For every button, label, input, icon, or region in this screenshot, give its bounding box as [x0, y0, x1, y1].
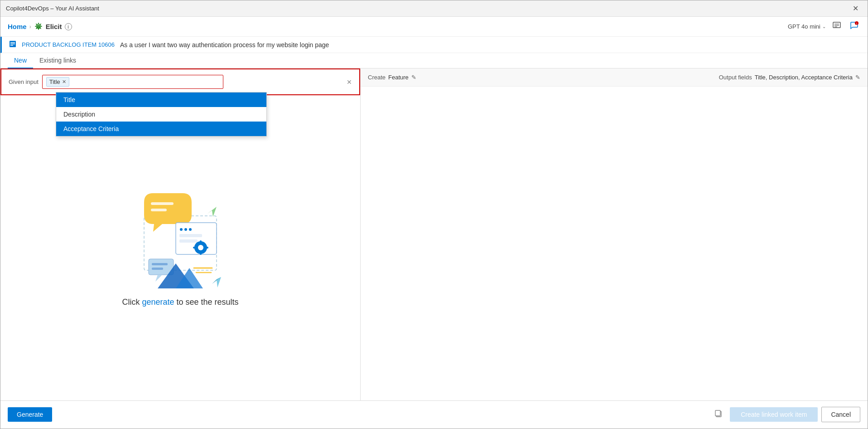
svg-rect-8	[10, 42, 15, 43]
breadcrumb-chevron: ›	[29, 24, 31, 30]
work-item-title: As a user I want two way authentication …	[120, 41, 329, 49]
footer: Generate Create linked work item Cancel	[0, 400, 868, 428]
svg-rect-31	[152, 268, 163, 270]
svg-point-17	[189, 228, 192, 231]
info-icon[interactable]: i	[65, 23, 72, 30]
tab-new[interactable]: New	[8, 53, 33, 68]
tabs-bar: New Existing links	[0, 53, 868, 68]
given-input-section: Given input Title ✕ ✕ Title Description	[0, 68, 360, 95]
history-icon	[832, 21, 841, 30]
given-input-row: Given input Title ✕ ✕	[9, 75, 352, 89]
chevron-down-icon: ⌄	[822, 24, 826, 29]
svg-rect-12	[151, 202, 174, 205]
work-item-link[interactable]: PRODUCT BACKLOG ITEM 10606	[22, 41, 115, 48]
elicit-label: Elicit	[46, 23, 62, 30]
output-fields: Title, Description, Acceptance Criteria	[755, 74, 853, 81]
footer-left: Generate	[8, 407, 52, 422]
svg-rect-19	[179, 239, 198, 243]
svg-rect-30	[152, 263, 168, 265]
given-input-label: Given input	[9, 78, 39, 85]
svg-rect-9	[10, 44, 15, 44]
work-item-bar: PRODUCT BACKLOG ITEM 10606 As a user I w…	[0, 37, 868, 53]
history-button[interactable]	[830, 19, 843, 34]
tag-container[interactable]: Title ✕	[42, 75, 223, 89]
svg-marker-29	[155, 275, 162, 282]
title-bar-text: Copilot4DevOps – Your AI Assistant	[6, 5, 99, 12]
output-label: Output fields	[719, 74, 752, 81]
close-button[interactable]: ✕	[849, 2, 862, 15]
header-nav: Home › Elicit i GPT 4o mini ⌄	[0, 17, 868, 37]
main-content: Given input Title ✕ ✕ Title Description	[0, 68, 868, 400]
create-linked-work-item-button[interactable]: Create linked work item	[730, 407, 818, 422]
elicit-icon	[34, 22, 43, 31]
dropdown-item-title[interactable]: Title	[56, 93, 266, 107]
svg-text:1: 1	[856, 22, 858, 25]
header-left: Home › Elicit i	[8, 22, 72, 31]
right-panel: Create Feature ✎ Output fields Title, De…	[361, 68, 868, 400]
svg-point-15	[180, 228, 183, 231]
svg-rect-24	[206, 247, 208, 249]
tag-close-icon[interactable]: ✕	[62, 79, 66, 85]
title-tag: Title ✕	[46, 77, 69, 87]
title-bar: Copilot4DevOps – Your AI Assistant ✕	[0, 0, 868, 17]
model-label: GPT 4o mini	[788, 23, 820, 30]
header-right: GPT 4o mini ⌄ 1	[788, 19, 860, 34]
cancel-button[interactable]: Cancel	[821, 407, 860, 422]
tab-existing-links[interactable]: Existing links	[33, 53, 82, 68]
create-label: Create	[368, 74, 386, 81]
dropdown-item-acceptance[interactable]: Acceptance Criteria	[56, 122, 266, 136]
svg-rect-13	[151, 209, 167, 211]
svg-rect-39	[715, 410, 720, 416]
tag-label: Title	[49, 78, 60, 85]
svg-rect-18	[179, 234, 202, 237]
svg-rect-25	[193, 247, 196, 249]
copy-icon[interactable]	[714, 410, 723, 419]
input-clear-icon[interactable]: ✕	[347, 78, 352, 86]
svg-rect-10	[10, 45, 13, 46]
output-area	[361, 87, 868, 400]
svg-point-16	[184, 228, 187, 231]
model-selector[interactable]: GPT 4o mini ⌄	[788, 23, 826, 30]
svg-rect-23	[200, 252, 202, 255]
svg-rect-22	[200, 240, 202, 243]
panel-header: Create Feature ✎ Output fields Title, De…	[361, 68, 868, 87]
output-section: Output fields Title, Description, Accept…	[719, 74, 860, 81]
svg-point-21	[198, 245, 203, 250]
click-generate-text: Click generate to see the results	[122, 297, 238, 307]
dropdown-item-description[interactable]: Description	[56, 107, 266, 122]
output-edit-icon[interactable]: ✎	[855, 74, 860, 81]
chat-button[interactable]: 1	[848, 19, 860, 34]
left-panel: Given input Title ✕ ✕ Title Description	[0, 68, 361, 400]
chat-icon: 1	[849, 21, 858, 30]
illustration-area: Click generate to see the results	[0, 95, 360, 400]
work-item-icon	[9, 40, 16, 49]
elicit-section: Elicit i	[34, 22, 72, 31]
svg-marker-27	[212, 207, 217, 217]
create-value: Feature	[388, 74, 409, 81]
home-link[interactable]: Home	[8, 23, 27, 30]
generate-button[interactable]: Generate	[8, 407, 52, 422]
footer-right: Create linked work item Cancel	[714, 407, 860, 422]
create-edit-icon[interactable]: ✎	[411, 74, 416, 81]
dropdown-menu: Title Description Acceptance Criteria	[56, 92, 267, 136]
generate-link[interactable]: generate	[142, 297, 174, 307]
svg-marker-35	[217, 277, 221, 288]
illustration-svg	[117, 189, 244, 288]
create-section: Create Feature ✎	[368, 74, 416, 81]
